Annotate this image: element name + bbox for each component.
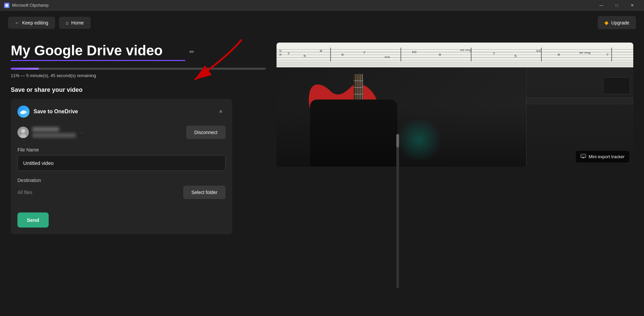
keyboard: [527, 98, 633, 104]
person-torso: [310, 100, 397, 167]
svg-text:8: 8: [439, 53, 441, 56]
account-details: [32, 127, 76, 138]
save-share-title: Save or share your video: [11, 86, 266, 93]
app-title: Microsoft Clipchamp: [12, 3, 49, 8]
close-button[interactable]: ✕: [625, 0, 640, 11]
select-folder-button[interactable]: Select folder: [183, 186, 226, 199]
svg-text:7: 7: [493, 52, 495, 55]
home-label: Home: [71, 20, 84, 25]
file-name-label: File Name: [17, 147, 226, 152]
onedrive-header: Save to OneDrive ×: [17, 106, 226, 118]
teal-glow-left: [394, 120, 444, 160]
svg-text:6: 6: [341, 53, 344, 56]
svg-rect-58: [581, 154, 586, 157]
destination-path: All files: [17, 190, 32, 195]
app-icon: [4, 3, 9, 8]
svg-point-6: [21, 129, 25, 133]
onedrive-icon: [17, 106, 30, 118]
onedrive-card-title: Save to OneDrive: [34, 109, 78, 115]
file-name-input[interactable]: [17, 155, 226, 171]
keep-editing-label: Keep editing: [22, 20, 48, 25]
svg-text:8: 8: [320, 50, 322, 53]
svg-text:7: 7: [363, 51, 365, 54]
upgrade-button[interactable]: ◆ Upgrade: [598, 16, 636, 29]
title-area: ✏: [11, 43, 266, 61]
video-title-input[interactable]: [11, 43, 185, 61]
save-share-section: Save or share your video Save to One: [11, 86, 266, 234]
svg-text:5: 5: [304, 54, 306, 57]
progress-bar-fill: [11, 68, 39, 70]
sheet-music-area: 7 5 8 6 7 5/6 10 8 let ring 7 5 10 8 let…: [277, 43, 633, 70]
svg-text:8: 8: [279, 53, 282, 56]
send-button[interactable]: Send: [17, 212, 49, 228]
title-bar: Microsoft Clipchamp — □ ✕: [0, 0, 644, 11]
scrollbar-track: [396, 134, 399, 288]
onedrive-card: Save to OneDrive ×: [11, 99, 232, 234]
back-arrow-icon: ←: [15, 20, 19, 25]
main-content: ✏ 11% — 5 minute(s), 45 second(s) remain…: [0, 35, 644, 249]
right-panel: 7 5 8 6 7 5/6 10 8 let ring 7 5 10 8 let…: [277, 43, 633, 241]
monitor: [603, 77, 630, 94]
home-button[interactable]: ⌂ Home: [59, 17, 91, 29]
disconnect-button[interactable]: Disconnect: [186, 126, 226, 139]
dot-separator: ·: [81, 129, 83, 136]
mini-export-tracker-label: Mini export tracker: [589, 154, 625, 159]
destination-label: Destination: [17, 178, 226, 183]
account-email-blurred: [32, 133, 76, 138]
maximize-button[interactable]: □: [609, 0, 625, 11]
svg-text:10: 10: [412, 50, 416, 53]
video-preview: 7 5 8 6 7 5/6 10 8 let ring 7 5 10 8 let…: [277, 43, 633, 167]
svg-text:7: 7: [287, 52, 290, 55]
diamond-icon: ◆: [604, 19, 608, 26]
minimize-button[interactable]: —: [594, 0, 609, 11]
svg-text:5: 5: [279, 50, 282, 53]
upgrade-label: Upgrade: [611, 20, 629, 25]
svg-text:let ring: let ring: [460, 49, 472, 52]
svg-point-4: [22, 111, 25, 113]
account-avatar: [17, 127, 29, 138]
file-name-section: File Name: [17, 147, 226, 171]
home-icon: ⌂: [66, 20, 68, 25]
close-card-button[interactable]: ×: [216, 107, 226, 116]
mini-export-tracker: Mini export tracker: [576, 151, 629, 163]
destination-section: Destination All files Select folder: [17, 178, 226, 199]
destination-row: All files Select folder: [17, 186, 226, 199]
top-nav: ← Keep editing ⌂ Home ◆ Upgrade: [0, 11, 644, 35]
svg-text:10: 10: [536, 50, 541, 53]
keep-editing-button[interactable]: ← Keep editing: [8, 17, 55, 29]
progress-bar-container: [11, 68, 266, 70]
progress-text: 11% — 5 minute(s), 45 second(s) remainin…: [11, 73, 96, 78]
left-panel: ✏ 11% — 5 minute(s), 45 second(s) remain…: [11, 43, 266, 241]
edit-pencil-icon[interactable]: ✏: [189, 48, 194, 56]
svg-point-0: [5, 4, 8, 7]
svg-text:let ring: let ring: [579, 51, 591, 54]
account-row: · Disconnect: [17, 126, 226, 139]
svg-text:5: 5: [514, 54, 517, 57]
tracker-icon: [581, 153, 586, 160]
svg-text:5/6: 5/6: [385, 56, 390, 58]
account-name-blurred: [32, 127, 59, 132]
scrollbar-thumb[interactable]: [396, 134, 399, 147]
svg-text:7: 7: [606, 53, 608, 56]
svg-text:8: 8: [558, 53, 560, 56]
progress-section: 11% — 5 minute(s), 45 second(s) remainin…: [11, 68, 266, 78]
